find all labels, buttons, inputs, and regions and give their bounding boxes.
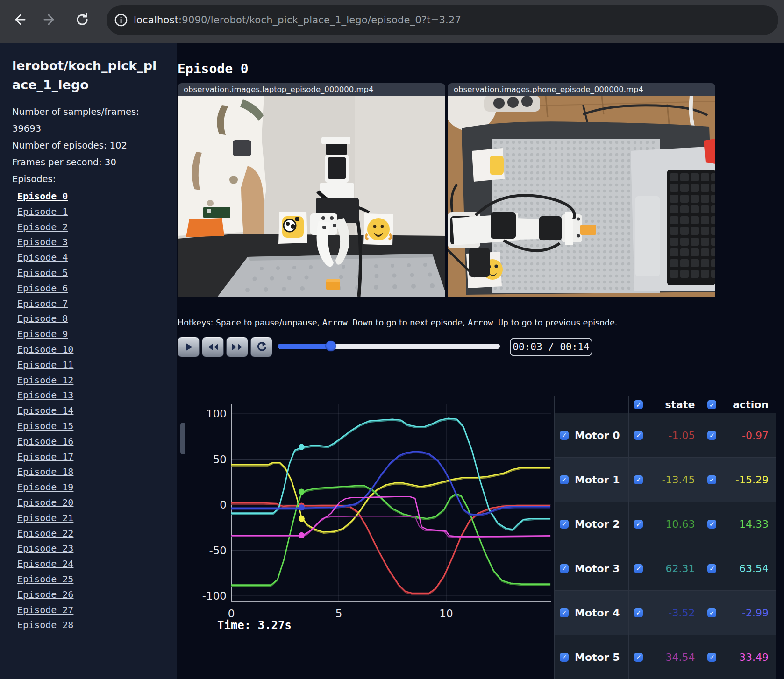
episode-link[interactable]: Episode 18 xyxy=(17,466,73,477)
checkbox-motor-3-state[interactable]: ✓ xyxy=(634,564,643,573)
episode-link[interactable]: Episode 9 xyxy=(17,328,68,340)
episode-link[interactable]: Episode 1 xyxy=(17,206,68,217)
sidebar-item-episode-14: Episode 14 xyxy=(17,403,177,418)
checkbox-column-action[interactable]: ✓ xyxy=(707,400,716,409)
fast-forward-button[interactable] xyxy=(226,337,248,357)
checkbox-column-state[interactable]: ✓ xyxy=(634,400,643,409)
dataset-stat: Number of episodes: 102 xyxy=(12,137,152,154)
hugging-face-box xyxy=(363,213,393,245)
hotkey-key: Arrow Down xyxy=(322,318,373,327)
episode-link[interactable]: Episode 25 xyxy=(17,573,73,585)
sidebar-item-episode-8: Episode 8 xyxy=(17,311,177,326)
episode-link[interactable]: Episode 12 xyxy=(17,375,73,386)
sidebar-item-episode-25: Episode 25 xyxy=(17,572,177,587)
orange-brick xyxy=(326,279,340,290)
motor-label: Motor 1 xyxy=(575,474,620,486)
video-title-phone: observation.images.phone_episode_000000.… xyxy=(448,83,715,96)
sidebar-item-episode-28: Episode 28 xyxy=(17,617,177,633)
sidebar-item-episode-11: Episode 11 xyxy=(17,357,177,373)
episode-link[interactable]: Episode 4 xyxy=(17,252,68,263)
y-tick-label: 50 xyxy=(213,453,227,466)
episode-link[interactable]: Episode 6 xyxy=(17,283,68,294)
sidebar-item-episode-15: Episode 15 xyxy=(17,418,177,434)
red-object xyxy=(704,139,715,164)
seek-slider[interactable] xyxy=(278,344,500,349)
phone-video-frame[interactable] xyxy=(448,96,715,297)
rewind-button[interactable] xyxy=(202,337,224,357)
checkbox-motor-2-action[interactable]: ✓ xyxy=(707,520,716,529)
reload-icon[interactable] xyxy=(74,11,91,28)
sidebar-item-episode-5: Episode 5 xyxy=(17,265,177,281)
episode-link[interactable]: Episode 28 xyxy=(17,619,73,630)
sidebar-item-episode-0: Episode 0 xyxy=(17,189,177,204)
sidebar-item-episode-13: Episode 13 xyxy=(17,388,177,403)
episode-link[interactable]: Episode 0 xyxy=(17,191,68,202)
checkbox-motor-5-action[interactable]: ✓ xyxy=(707,653,716,662)
motor-timeseries-chart[interactable]: 100500-50-1000510Time: 3.27s xyxy=(178,383,551,650)
episode-link[interactable]: Episode 7 xyxy=(17,298,68,309)
sidebar-item-episode-19: Episode 19 xyxy=(17,480,177,495)
video-panel-laptop[interactable]: observation.images.laptop_episode_000000… xyxy=(178,83,445,297)
action-value: -2.99 xyxy=(716,607,769,619)
episode-link[interactable]: Episode 15 xyxy=(17,420,73,431)
sidebar-item-episode-27: Episode 27 xyxy=(17,602,177,618)
episode-link[interactable]: Episode 26 xyxy=(17,589,73,600)
checkbox-motor-3-action[interactable]: ✓ xyxy=(707,564,716,573)
checkbox-motor-5[interactable]: ✓ xyxy=(560,653,569,662)
laptop-video-frame[interactable] xyxy=(178,96,445,297)
forward-arrow-icon[interactable] xyxy=(42,11,59,28)
y-tick-label: 0 xyxy=(220,499,227,511)
back-arrow-icon[interactable] xyxy=(10,11,27,28)
episode-link[interactable]: Episode 27 xyxy=(17,604,73,615)
episode-link[interactable]: Episode 20 xyxy=(17,497,73,508)
panda-box xyxy=(278,212,307,244)
episode-link[interactable]: Episode 22 xyxy=(17,528,73,539)
state-value: -1.05 xyxy=(643,430,695,441)
action-value: -0.97 xyxy=(716,430,769,441)
checkbox-motor-2-state[interactable]: ✓ xyxy=(634,520,643,529)
episode-link[interactable]: Episode 19 xyxy=(17,481,73,493)
episode-link[interactable]: Episode 10 xyxy=(17,344,73,355)
checkbox-motor-1-action[interactable]: ✓ xyxy=(707,475,716,484)
time-display: 00:03 / 00:14 xyxy=(510,338,592,356)
hotkeys-help: Hotkeys: Space to pause/unpause, Arrow D… xyxy=(178,318,617,327)
y-tick-label: -50 xyxy=(209,545,227,557)
dataset-title: lerobot/koch_pick_place_1_lego xyxy=(12,56,157,94)
video-panel-phone[interactable]: observation.images.phone_episode_000000.… xyxy=(448,83,715,297)
episode-link[interactable]: Episode 24 xyxy=(17,558,73,569)
episode-link[interactable]: Episode 2 xyxy=(17,221,68,233)
episode-link[interactable]: Episode 23 xyxy=(17,543,73,554)
checkbox-motor-5-state[interactable]: ✓ xyxy=(634,653,643,662)
play-button[interactable] xyxy=(178,337,200,357)
sidebar: lerobot/koch_pick_place_1_lego Number of… xyxy=(0,43,177,679)
checkbox-motor-0[interactable]: ✓ xyxy=(560,431,569,440)
episode-link[interactable]: Episode 5 xyxy=(17,267,68,278)
page-info-icon[interactable] xyxy=(113,12,129,28)
checkbox-motor-1-state[interactable]: ✓ xyxy=(634,475,643,484)
episode-link[interactable]: Episode 11 xyxy=(17,359,73,370)
checkbox-motor-0-action[interactable]: ✓ xyxy=(707,431,716,440)
episode-link[interactable]: Episode 17 xyxy=(17,451,73,462)
episode-link[interactable]: Episode 14 xyxy=(17,405,73,416)
checkbox-motor-2[interactable]: ✓ xyxy=(560,520,569,529)
sidebar-item-episode-9: Episode 9 xyxy=(17,326,177,342)
checkbox-motor-4-action[interactable]: ✓ xyxy=(707,608,716,617)
checkbox-motor-3[interactable]: ✓ xyxy=(560,564,569,573)
checkbox-motor-1[interactable]: ✓ xyxy=(560,475,569,484)
episode-link[interactable]: Episode 3 xyxy=(17,236,68,248)
x-tick-label: 0 xyxy=(228,608,235,620)
checkbox-motor-0-state[interactable]: ✓ xyxy=(634,431,643,440)
episode-link[interactable]: Episode 21 xyxy=(17,512,73,523)
episode-link[interactable]: Episode 13 xyxy=(17,389,73,401)
sidebar-item-episode-16: Episode 16 xyxy=(17,434,177,449)
url-bar[interactable]: localhost:9090/lerobot/koch_pick_place_1… xyxy=(107,5,778,35)
loop-button[interactable] xyxy=(250,337,272,357)
checkbox-motor-4-state[interactable]: ✓ xyxy=(634,608,643,617)
seek-slider-thumb[interactable] xyxy=(326,341,336,351)
browser-chrome: localhost:9090/lerobot/koch_pick_place_1… xyxy=(0,0,784,43)
checkbox-motor-4[interactable]: ✓ xyxy=(560,608,569,617)
episode-link[interactable]: Episode 16 xyxy=(17,436,73,447)
episode-link[interactable]: Episode 8 xyxy=(17,313,68,324)
time-cursor-dot-motor3 xyxy=(299,444,305,450)
state-value: -3.52 xyxy=(643,607,695,619)
